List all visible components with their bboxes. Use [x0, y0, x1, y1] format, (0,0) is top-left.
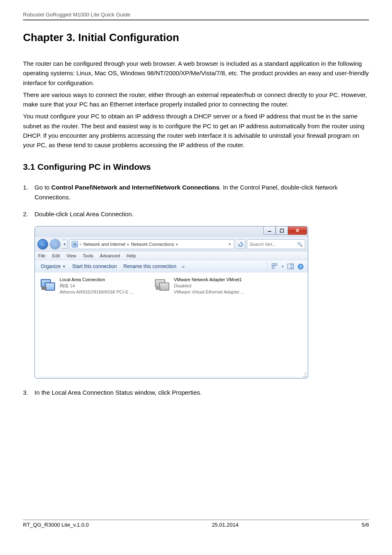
step-1-pre: Go to — [35, 184, 51, 191]
chapter-title: Chapter 3. Initial Configuration — [23, 31, 369, 44]
nic-disabled-icon — [155, 278, 170, 292]
menu-help[interactable]: Help — [127, 253, 136, 258]
step-1-path: Control Panel\Network and Internet\Netwo… — [51, 184, 219, 191]
more-commands-button[interactable]: » — [180, 264, 187, 269]
view-mode-caret[interactable]: ▼ — [280, 261, 286, 271]
titlebar[interactable]: ✕ — [35, 227, 308, 237]
svg-rect-4 — [272, 266, 274, 268]
chevron-left-icon: « — [80, 242, 82, 246]
conn-sub1: 网络 14 — [60, 283, 134, 289]
preview-pane-button[interactable] — [286, 261, 295, 271]
svg-rect-3 — [275, 264, 277, 266]
preview-pane-icon — [287, 263, 294, 270]
menubar: File Edit View Tools Advanced Help — [35, 251, 308, 260]
close-icon: ✕ — [295, 228, 300, 234]
svg-rect-2 — [272, 264, 274, 266]
refresh-button[interactable] — [236, 239, 245, 249]
conn-sub1: Disabled — [174, 283, 244, 289]
arrow-left-icon: ← — [40, 241, 46, 247]
conn-sub2: Atheros AR8162/8166/8168 PCI-E ... — [60, 289, 134, 295]
breadcrumb-dropdown[interactable]: ▾ — [228, 242, 232, 246]
breadcrumb-seg-2-label: Network Connections — [131, 242, 174, 247]
history-dropdown-button[interactable]: ▼ — [62, 240, 68, 249]
back-button[interactable]: ← — [37, 239, 48, 250]
search-input[interactable]: Search Net... 🔍 — [247, 239, 305, 249]
breadcrumb-seg-2[interactable]: Network Connections ▸ — [131, 242, 178, 247]
breadcrumb-seg-1[interactable]: Network and Internet ▸ — [83, 242, 129, 247]
close-button[interactable]: ✕ — [288, 226, 307, 235]
arrow-right-icon: → — [53, 241, 58, 247]
connection-item-local[interactable]: Local Area Connection 网络 14 Atheros AR81… — [40, 277, 147, 372]
svg-rect-0 — [268, 231, 271, 232]
svg-rect-1 — [280, 229, 284, 232]
breadcrumb-seg-1-label: Network and Internet — [83, 242, 125, 247]
rename-connection-button[interactable]: Rename this connection — [120, 262, 180, 271]
help-button[interactable]: ? — [295, 261, 305, 271]
organize-button[interactable]: Organize ▼ — [37, 262, 69, 271]
chevron-right-icon: ▸ — [127, 242, 129, 246]
conn-sub2: VMware Virtual Ethernet Adapter ... — [174, 289, 244, 295]
menu-tools[interactable]: Tools — [83, 253, 93, 258]
intro-para-1: The router can be configured through you… — [23, 59, 369, 88]
minimize-button[interactable] — [263, 226, 276, 235]
minimize-icon — [267, 229, 272, 233]
chevron-down-icon: ▼ — [63, 243, 67, 246]
doc-header: Robustel GoRugged M1000 Lite Quick Guide — [23, 12, 369, 21]
connection-item-vmnet1[interactable]: VMware Network Adapter VMnet1 Disabled V… — [154, 277, 261, 372]
content-area[interactable]: Local Area Connection 网络 14 Atheros AR81… — [35, 273, 308, 376]
footer-left: RT_QG_R3000 Lite_v.1.0.0 — [23, 522, 89, 528]
start-connection-button[interactable]: Start this connection — [69, 262, 120, 271]
search-placeholder: Search Net... — [249, 242, 276, 247]
network-connections-icon: ⧉ — [71, 241, 78, 247]
breadcrumb[interactable]: ⧉ « Network and Internet ▸ Network Conne… — [69, 239, 234, 249]
svg-text:?: ? — [300, 264, 302, 269]
command-bar: Organize ▼ Start this connection Rename … — [35, 260, 308, 273]
step-1-number: 1. — [23, 183, 35, 192]
explorer-window: ✕ ← → ▼ ⧉ « Network and Internet ▸ Netwo… — [35, 226, 308, 379]
search-icon: 🔍 — [297, 242, 303, 247]
footer-center: 25.01.2014 — [212, 522, 238, 528]
step-2-text: Double-click Local Area Connection. — [35, 209, 134, 219]
view-mode-button[interactable] — [270, 261, 280, 271]
conn-title: VMware Network Adapter VMnet1 — [174, 277, 244, 283]
help-icon: ? — [297, 264, 304, 270]
step-3-text: In the Local Area Connection Status wind… — [35, 388, 202, 397]
rename-connection-label: Rename this connection — [123, 264, 176, 269]
chevron-down-icon: ▼ — [62, 265, 66, 268]
step-2: 2. Double-click Local Area Connection. — [23, 209, 369, 219]
nic-active-icon — [41, 278, 55, 292]
section-title: 3.1 Configuring PC in Windows — [23, 162, 369, 172]
page-footer: RT_QG_R3000 Lite_v.1.0.0 25.01.2014 5/8 — [23, 520, 369, 528]
intro-para-3: You must configure your PC to obtain an … — [23, 111, 369, 150]
resize-grip-icon[interactable] — [301, 371, 307, 377]
menu-edit[interactable]: Edit — [52, 253, 60, 258]
more-commands-label: » — [182, 264, 184, 269]
maximize-button[interactable] — [276, 226, 288, 235]
start-connection-label: Start this connection — [72, 264, 117, 269]
footer-right: 5/8 — [362, 522, 369, 528]
view-grid-icon — [272, 263, 278, 270]
intro-para-2: There are various ways to connect the ro… — [23, 90, 369, 109]
svg-rect-6 — [291, 264, 293, 269]
forward-button[interactable]: → — [50, 239, 60, 250]
menu-view[interactable]: View — [67, 253, 76, 258]
chevron-right-icon: ▸ — [176, 242, 178, 246]
refresh-icon — [238, 242, 243, 247]
conn-title: Local Area Connection — [60, 277, 134, 283]
menu-file[interactable]: File — [38, 253, 46, 258]
organize-label: Organize — [41, 264, 61, 269]
nav-row: ← → ▼ ⧉ « Network and Internet ▸ Network… — [35, 237, 308, 251]
step-3: 3. In the Local Area Connection Status w… — [23, 388, 369, 397]
step-3-number: 3. — [23, 388, 35, 397]
maximize-icon — [280, 229, 284, 233]
step-2-number: 2. — [23, 209, 35, 219]
menu-advanced[interactable]: Advanced — [100, 253, 120, 258]
step-1: 1. Go to Control Panel\Network and Inter… — [23, 183, 369, 202]
